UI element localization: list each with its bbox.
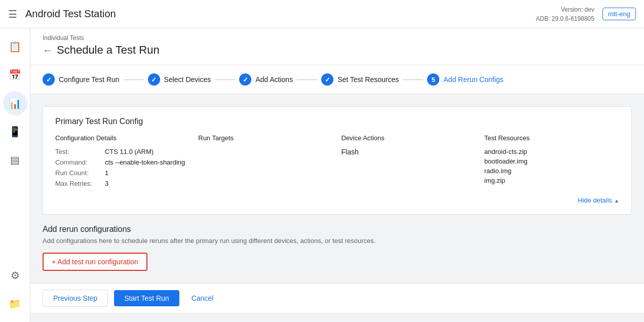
resources-list: android-cts.zip bootloader.img radio.img… — [484, 148, 619, 184]
page-title-row: ← Schedule a Test Run — [43, 44, 632, 57]
test-resources-col: Test Resources android-cts.zip bootloade… — [484, 134, 619, 190]
step-connector-2 — [215, 79, 235, 80]
step-2-circle — [148, 73, 160, 86]
card-title: Primary Test Run Config — [55, 117, 619, 126]
sidebar-item-layers[interactable]: ▤ — [3, 148, 27, 172]
sidebar-item-phone[interactable]: 📱 — [3, 119, 27, 144]
hide-details-link[interactable]: Hide details — [55, 196, 619, 204]
app-title: Android Test Station — [25, 8, 528, 20]
step-connector-4 — [403, 79, 423, 80]
rerun-title: Add rerun configurations — [43, 225, 632, 234]
device-action-flash: Flash — [342, 148, 476, 156]
step-5-number: 5 — [432, 76, 435, 84]
sidebar: 📋 📅 📊 📱 ▤ ⚙ 📁 — [0, 28, 30, 322]
sidebar-item-calendar[interactable]: 📅 — [3, 63, 27, 87]
step-set-resources: Set Test Resources — [321, 73, 399, 86]
version-info: Version: dev ADB: 29.0.6-6198805 — [536, 5, 594, 23]
primary-config-card: Primary Test Run Config Configuration De… — [43, 106, 632, 215]
menu-icon[interactable]: ☰ — [8, 8, 17, 20]
check-icon-4 — [325, 76, 330, 84]
step-connector-3 — [297, 79, 317, 80]
step-connector-1 — [124, 79, 144, 80]
device-actions-header: Device Actions — [342, 134, 476, 142]
step-4-circle — [321, 73, 333, 86]
main-content: Individual Tests ← Schedule a Test Run C… — [30, 28, 644, 322]
start-test-run-button[interactable]: Start Test Run — [114, 290, 179, 306]
command-row: Command: cts --enable-token-sharding — [55, 158, 190, 166]
step-select-devices: Select Devices — [148, 73, 211, 86]
step-1-label: Configure Test Run — [59, 75, 120, 84]
run-count-row: Run Count: 1 — [55, 169, 190, 177]
run-count-value: 1 — [105, 169, 108, 177]
resource-1: android-cts.zip — [484, 148, 619, 155]
step-5-circle: 5 — [427, 73, 439, 86]
test-value: CTS 11.0 (ARM) — [105, 148, 154, 155]
step-add-rerun: 5 Add Rerun Configs — [427, 73, 503, 86]
max-retries-value: 3 — [105, 180, 108, 187]
command-value: cts --enable-token-sharding — [105, 158, 185, 166]
environment-badge: mtt-eng — [602, 8, 636, 20]
hide-details-label: Hide details — [578, 196, 612, 204]
sidebar-item-clipboard[interactable]: 📋 — [3, 34, 27, 59]
check-icon-3 — [243, 76, 248, 84]
check-icon-2 — [151, 76, 157, 84]
device-actions-col: Device Actions Flash — [342, 134, 476, 190]
rerun-section: Add rerun configurations Add configurati… — [43, 225, 632, 271]
add-config-button[interactable]: + Add test run configuration — [43, 253, 147, 271]
run-count-label: Run Count: — [55, 169, 101, 177]
max-retries-row: Max Retries: 3 — [55, 180, 190, 187]
test-row: Test: CTS 11.0 (ARM) — [55, 148, 190, 155]
page-title: Schedule a Test Run — [57, 44, 160, 57]
cancel-button[interactable]: Cancel — [185, 290, 220, 306]
step-2-label: Select Devices — [164, 75, 211, 84]
step-3-circle — [239, 73, 251, 86]
content-area: Primary Test Run Config Configuration De… — [30, 94, 644, 283]
resource-2: bootloader.img — [484, 157, 619, 165]
step-4-label: Set Test Resources — [337, 75, 399, 84]
command-label: Command: — [55, 158, 101, 166]
stepper: Configure Test Run Select Devices Add Ac… — [30, 65, 644, 94]
back-button[interactable]: ← — [43, 45, 53, 56]
previous-step-button[interactable]: Previous Step — [43, 290, 108, 307]
step-configure: Configure Test Run — [43, 73, 120, 86]
step-add-actions: Add Actions — [239, 73, 293, 86]
config-grid: Configuration Details Test: CTS 11.0 (AR… — [55, 134, 619, 190]
chevron-up-icon — [614, 196, 619, 204]
run-targets-header: Run Targets — [198, 134, 333, 142]
layout: 📋 📅 📊 📱 ▤ ⚙ 📁 Individual Tests ← Schedul… — [0, 28, 644, 322]
sidebar-item-chart[interactable]: 📊 — [3, 91, 27, 115]
topbar: ☰ Android Test Station Version: dev ADB:… — [0, 0, 644, 28]
resource-4: img.zip — [484, 177, 619, 184]
config-details-col: Configuration Details Test: CTS 11.0 (AR… — [55, 134, 190, 190]
test-resources-header: Test Resources — [484, 134, 619, 142]
check-icon — [46, 76, 52, 84]
rerun-description: Add configurations here to schedule reru… — [43, 237, 632, 245]
sidebar-item-settings[interactable]: ⚙ — [3, 263, 27, 288]
footer: Previous Step Start Test Run Cancel — [30, 283, 644, 313]
step-5-label: Add Rerun Configs — [443, 75, 503, 84]
max-retries-label: Max Retries: — [55, 180, 101, 187]
breadcrumb: Individual Tests — [43, 34, 632, 42]
step-1-circle — [43, 73, 55, 86]
test-label: Test: — [55, 148, 101, 155]
config-details-header: Configuration Details — [55, 134, 190, 142]
resource-3: radio.img — [484, 167, 619, 175]
run-targets-col: Run Targets — [198, 134, 333, 190]
step-3-label: Add Actions — [255, 75, 293, 84]
page-header: Individual Tests ← Schedule a Test Run — [30, 28, 644, 65]
sidebar-item-folder[interactable]: 📁 — [3, 292, 27, 316]
